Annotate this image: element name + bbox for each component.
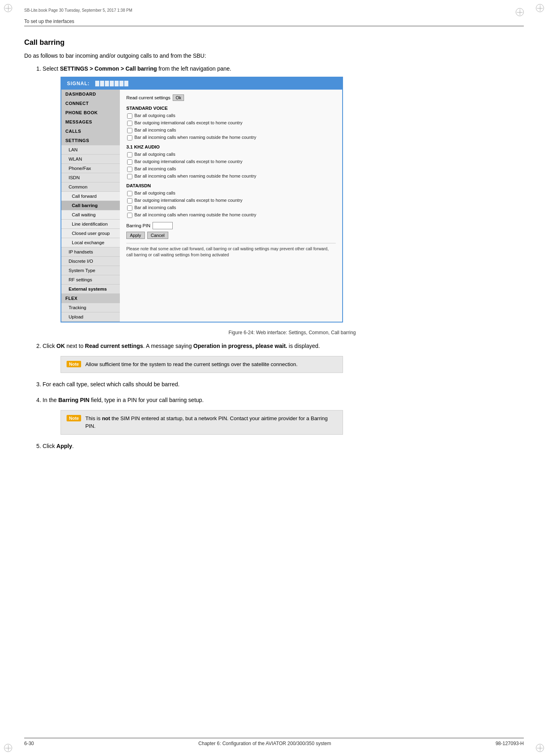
- step-4-bold: Barring PIN: [58, 397, 89, 403]
- sv-cb-4: Bar all incoming calls when roaming outs…: [126, 135, 336, 140]
- audio-header: 3.1 KHZ AUDIO: [126, 144, 336, 149]
- sv-checkbox-1[interactable]: [127, 113, 132, 119]
- sv-label-4: Bar all incoming calls when roaming outs…: [134, 135, 256, 140]
- nav-ip-handsets[interactable]: IP handsets: [61, 247, 120, 257]
- au-cb-3: Bar all incoming calls: [126, 166, 336, 172]
- nav-settings[interactable]: SETTINGS: [61, 136, 120, 145]
- au-label-1: Bar all outgoing calls: [134, 152, 176, 157]
- nav-call-waiting[interactable]: Call waiting: [61, 210, 120, 220]
- nav-messages[interactable]: MESSAGES: [61, 117, 120, 127]
- standard-voice-header: STANDARD VOICE: [126, 106, 336, 111]
- nav-system-type[interactable]: System Type: [61, 266, 120, 275]
- intro-text: Do as follows to bar incoming and/or out…: [24, 52, 524, 59]
- step-2: 2. Click OK next to Read current setting…: [36, 342, 524, 373]
- di-checkbox-1[interactable]: [127, 191, 132, 196]
- au-checkbox-4[interactable]: [127, 174, 132, 179]
- nav-local-exchange[interactable]: Local exchange: [61, 238, 120, 247]
- footer-center: Chapter 6: Configuration of the AVIATOR …: [199, 741, 331, 746]
- signal-block-7: [124, 81, 128, 86]
- screenshot-note-text: Please note that some active call forwar…: [126, 243, 336, 258]
- nav-tracking[interactable]: Tracking: [61, 303, 120, 312]
- section-title: Call barring: [24, 38, 524, 47]
- screenshot-header: SIGNAL:: [61, 77, 342, 90]
- step-2-text: 2. Click OK next to Read current setting…: [36, 342, 524, 350]
- au-label-4: Bar all incoming calls when roaming outs…: [134, 174, 256, 178]
- au-checkbox-1[interactable]: [127, 152, 132, 157]
- di-cb-4: Bar all incoming calls when roaming outs…: [126, 212, 336, 218]
- sv-label-2: Bar outgoing international calls except …: [134, 120, 243, 125]
- nav-wlan[interactable]: WLAN: [61, 155, 120, 164]
- signal-block-1: [95, 81, 99, 86]
- sv-cb-1: Bar all outgoing calls: [126, 113, 336, 119]
- di-checkbox-4[interactable]: [127, 213, 132, 218]
- print-mark-circle: [516, 8, 524, 16]
- di-cb-1: Bar all outgoing calls: [126, 191, 336, 196]
- nav-rf-settings[interactable]: RF settings: [61, 275, 120, 285]
- nav-flex[interactable]: FLEX: [61, 294, 120, 303]
- au-label-2: Bar outgoing international calls except …: [134, 159, 243, 164]
- print-mark-text: SB-Lite.book Page 30 Tuesday, September …: [24, 8, 132, 13]
- au-cb-1: Bar all outgoing calls: [126, 152, 336, 157]
- signal-block-6: [119, 81, 123, 86]
- di-label-4: Bar all incoming calls when roaming outs…: [134, 212, 256, 217]
- nav-calls[interactable]: CALLS: [61, 127, 120, 136]
- sv-label-3: Bar all incoming calls: [134, 128, 176, 132]
- sv-checkbox-2[interactable]: [127, 121, 132, 126]
- nav-call-barring[interactable]: Call barring: [61, 201, 120, 210]
- di-checkbox-3[interactable]: [127, 205, 132, 211]
- note-2-tag: Note: [67, 415, 81, 421]
- nav-discrete-io[interactable]: Discrete I/O: [61, 257, 120, 266]
- screenshot-body: DASHBOARD CONNECT PHONE BOOK MESSAGES CA…: [61, 90, 342, 322]
- screenshot-box: SIGNAL: DASHBOARD: [61, 77, 343, 323]
- nav-dashboard[interactable]: DASHBOARD: [61, 90, 120, 99]
- nav-connect[interactable]: CONNECT: [61, 99, 120, 108]
- signal-blocks: [95, 81, 128, 86]
- nav-common[interactable]: Common: [61, 182, 120, 192]
- breadcrumb: To set up the interfaces: [24, 19, 524, 26]
- di-checkbox-2[interactable]: [127, 198, 132, 203]
- note-1-tag: Note: [67, 361, 81, 367]
- au-checkbox-3[interactable]: [127, 167, 132, 172]
- step-5-apply: Apply: [56, 443, 72, 449]
- nav-isdn[interactable]: ISDN: [61, 173, 120, 182]
- signal-label: SIGNAL:: [67, 81, 90, 86]
- corner-mark-top-right: [536, 4, 544, 12]
- di-label-3: Bar all incoming calls: [134, 205, 176, 210]
- note-2-content: This is not the SIM PIN entered at start…: [85, 415, 337, 430]
- signal-block-2: [100, 81, 104, 86]
- nav-phone-fax[interactable]: Phone/Fax: [61, 164, 120, 173]
- corner-mark-bottom-left: [4, 744, 12, 752]
- nav-line-identification[interactable]: Line identification: [61, 220, 120, 229]
- signal-block-4: [110, 81, 114, 86]
- print-mark-area: SB-Lite.book Page 30 Tuesday, September …: [24, 8, 524, 16]
- nav-external-systems[interactable]: External systems: [61, 285, 120, 294]
- step-2-read: Read current settings: [85, 343, 143, 349]
- au-cb-4: Bar all incoming calls when roaming outs…: [126, 174, 336, 179]
- sv-checkbox-4[interactable]: [127, 135, 132, 140]
- di-cb-3: Bar all incoming calls: [126, 205, 336, 211]
- corner-mark-bottom-right: [536, 744, 544, 752]
- barring-pin-input[interactable]: [153, 222, 173, 229]
- sv-checkbox-3[interactable]: [127, 128, 132, 133]
- di-label-2: Bar outgoing international calls except …: [134, 198, 243, 203]
- nav-call-forward[interactable]: Call forward: [61, 192, 120, 201]
- page-footer: 6-30 Chapter 6: Configuration of the AVI…: [24, 738, 524, 746]
- nav-lan[interactable]: LAN: [61, 145, 120, 155]
- di-label-1: Bar all outgoing calls: [134, 191, 176, 195]
- left-nav: DASHBOARD CONNECT PHONE BOOK MESSAGES CA…: [61, 90, 120, 322]
- step-1-bold: SETTINGS > Common > Call barring: [60, 65, 157, 72]
- apply-button[interactable]: Apply: [126, 232, 145, 239]
- sv-cb-3: Bar all incoming calls: [126, 128, 336, 133]
- cancel-button[interactable]: Cancel: [147, 232, 168, 239]
- page-container: SB-Lite.book Page 30 Tuesday, September …: [0, 0, 548, 756]
- read-current-label: Read current settings: [126, 95, 170, 100]
- nav-closed-user-group[interactable]: Closed user group: [61, 229, 120, 238]
- au-checkbox-2[interactable]: [127, 159, 132, 165]
- step-3: 3. For each call type, select which call…: [36, 380, 524, 389]
- ok-button[interactable]: Ok: [173, 94, 184, 101]
- step-1: 1. Select SETTINGS > Common > Call barri…: [36, 65, 524, 323]
- nav-upload[interactable]: Upload: [61, 312, 120, 322]
- sv-cb-2: Bar outgoing international calls except …: [126, 120, 336, 126]
- nav-phone-book[interactable]: PHONE BOOK: [61, 108, 120, 117]
- au-cb-2: Bar outgoing international calls except …: [126, 159, 336, 165]
